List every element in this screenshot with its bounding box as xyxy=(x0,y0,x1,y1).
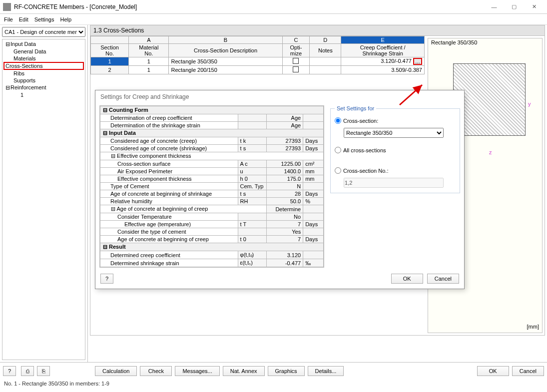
tree-general-data[interactable]: General Data xyxy=(3,48,84,55)
col-C: C xyxy=(282,36,310,44)
status-bar: No. 1 - Rectangle 350/350 in members: 1-… xyxy=(0,380,547,388)
tree-ribs[interactable]: Ribs xyxy=(3,70,84,77)
graphics-button[interactable]: Graphics xyxy=(268,366,305,376)
opt-cross-section-no[interactable] xyxy=(335,167,341,174)
col-A: A xyxy=(129,36,169,44)
set-settings-fieldset: Set Settings for Cross-section: Rectangl… xyxy=(330,105,460,193)
tree-root[interactable]: ⊟Input Data xyxy=(3,40,84,48)
menu-settings[interactable]: Settings xyxy=(34,16,54,22)
dialog-help-icon[interactable]: ? xyxy=(100,274,113,284)
optimize-checkbox[interactable] xyxy=(293,66,299,72)
tree-supports[interactable]: Supports xyxy=(3,77,84,84)
dialog-cancel-button[interactable]: Cancel xyxy=(427,274,459,284)
tree-cross-sections[interactable]: Cross-Sections xyxy=(3,62,84,70)
tree-reinforcement-1[interactable]: 1 xyxy=(3,91,84,98)
grid-row-1[interactable]: 1 1 Rectangle 350/350 3.120/-0.477 … xyxy=(91,57,425,66)
app-icon xyxy=(3,3,11,11)
footer: ? ⎙ ⎘ Calculation Check Messages... Nat.… xyxy=(0,362,547,392)
head-notes: Notes xyxy=(310,44,341,57)
head-material: MaterialNo. xyxy=(129,44,169,57)
left-panel: CA1 - Design of concrete memb ⊟Input Dat… xyxy=(0,25,88,362)
menubar: File Edit Settings Help xyxy=(0,14,547,25)
export-icon[interactable]: ⎙ xyxy=(21,366,34,376)
cancel-button[interactable]: Cancel xyxy=(512,366,544,376)
details-button[interactable]: Details... xyxy=(308,366,344,376)
import-icon[interactable]: ⎘ xyxy=(37,366,50,376)
cross-section-select[interactable]: Rectangle 350/350 xyxy=(344,128,444,138)
head-desc: Cross-Section Description xyxy=(169,44,282,57)
minimize-button[interactable]: — xyxy=(484,1,504,13)
titlebar: RF-CONCRETE Members - [Concrete_Model] —… xyxy=(0,0,547,14)
opt-all-cross-sections[interactable] xyxy=(335,147,341,153)
maximize-button[interactable]: ▢ xyxy=(504,1,524,13)
dialog-title: Settings for Creep and Shrinkage xyxy=(95,90,464,103)
nav-tree: ⊟Input Data General Data Materials Cross… xyxy=(2,39,85,360)
grid-row-2[interactable]: 2 1 Rectangle 200/150 3.509/-0.387 xyxy=(91,66,425,74)
optimize-checkbox[interactable] xyxy=(293,58,299,64)
section-title: 1.3 Cross-Sections xyxy=(90,25,545,36)
head-optimize: Opti-mize xyxy=(282,44,310,57)
tree-reinforcement[interactable]: ⊟Reinforcement xyxy=(3,84,84,91)
col-D: D xyxy=(310,36,341,44)
head-creep: Creep Coefficient /Shrinkage Strain xyxy=(341,44,425,57)
menu-edit[interactable]: Edit xyxy=(19,16,28,22)
close-button[interactable]: ✕ xyxy=(524,1,544,13)
creep-shrinkage-dialog: Settings for Creep and Shrinkage ⊟ Count… xyxy=(95,90,465,289)
preview-title: Rectangle 350/350 xyxy=(428,38,542,46)
creep-edit-button[interactable]: … xyxy=(413,58,422,65)
messages-button[interactable]: Messages... xyxy=(175,366,219,376)
calculation-button[interactable]: Calculation xyxy=(95,366,137,376)
preview-unit: [mm] xyxy=(527,324,539,330)
set-settings-legend: Set Settings for xyxy=(335,105,376,111)
axis-y-label: y xyxy=(528,101,531,107)
parameter-grid[interactable]: ⊟ Counting Form Determination of creep c… xyxy=(99,105,324,268)
opt-cross-section[interactable] xyxy=(335,117,341,124)
col-E: E xyxy=(341,36,425,44)
creep-cell-1[interactable]: 3.120/-0.477 … xyxy=(341,57,425,66)
menu-file[interactable]: File xyxy=(4,16,13,22)
case-combo[interactable]: CA1 - Design of concrete memb xyxy=(2,27,85,37)
head-section: SectionNo. xyxy=(91,44,129,57)
ok-button[interactable]: OK xyxy=(477,366,509,376)
nat-annex-button[interactable]: Nat. Annex xyxy=(223,366,265,376)
help-icon[interactable]: ? xyxy=(3,366,16,376)
dialog-ok-button[interactable]: OK xyxy=(391,274,423,284)
check-button[interactable]: Check xyxy=(140,366,172,376)
col-B: B xyxy=(169,36,282,44)
cross-section-grid[interactable]: A B C D E SectionNo. MaterialNo. Cross-S… xyxy=(90,36,425,74)
axis-z-label: z xyxy=(489,149,492,155)
cross-section-no-input[interactable] xyxy=(344,178,444,188)
menu-help[interactable]: Help xyxy=(60,16,71,22)
window-title: RF-CONCRETE Members - [Concrete_Model] xyxy=(14,3,484,10)
tree-materials[interactable]: Materials xyxy=(3,55,84,62)
